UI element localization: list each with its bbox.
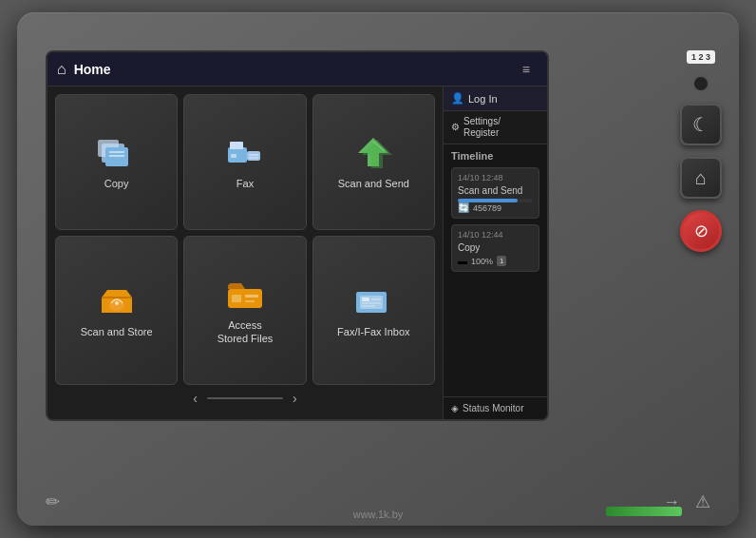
svg-rect-17 [232,295,241,302]
login-person-icon: 👤 [451,92,464,105]
menu-icon[interactable]: ≡ [522,62,530,77]
tile-scan-send-label: Scan and Send [338,177,409,190]
timeline-detail-1: 🔄 456789 [458,202,533,213]
screen-header: ⌂ Home ≡ [47,52,547,86]
tile-access-stored[interactable]: AccessStored Files [183,236,306,385]
svg-rect-2 [105,147,128,166]
timeline-section: Timeline 14/10 12:48 Scan and Send 🔄 456… [444,144,547,396]
warning-icon: ⚠ [695,491,710,512]
status-bar[interactable]: ◈ Status Monitor [444,396,547,419]
screen-content: Copy [47,86,547,419]
timeline-date-1: 14/10 12:48 [458,173,533,183]
tile-copy[interactable]: Copy [55,94,178,230]
scan-send-icon [350,133,397,171]
home-hw-button[interactable]: ⌂ [680,157,722,199]
svg-point-15 [115,301,119,305]
moon-icon: ☾ [692,113,709,136]
main-panel: Copy [47,86,443,419]
timeline-name-2: Copy [458,242,533,253]
login-label: Log In [468,93,498,105]
right-controls: 1 2 3 ☾ ⌂ ⊘ [680,50,722,252]
status-icon: ◈ [451,403,459,413]
timeline-name-1: Scan and Send [458,185,533,196]
fax-icon [221,133,269,171]
tile-scan-send[interactable]: Scan and Send [312,94,435,230]
indicator-badge: 1 2 3 [687,50,715,64]
green-strip [606,507,682,516]
svg-rect-8 [231,154,236,158]
nav-bar: ‹ › [55,385,435,412]
home-icon: ⌂ [57,61,66,78]
watermark: www.1k.by [353,509,404,520]
svg-rect-18 [245,295,258,298]
edit-icon[interactable]: ✏ [46,491,60,512]
page-title: Home [74,62,522,77]
access-stored-icon [221,275,269,313]
nav-next[interactable]: › [293,391,297,406]
tile-scan-store[interactable]: Scan and Store [55,236,178,385]
tile-fax-inbox[interactable]: Fax/I-Fax Inbox [312,236,435,385]
nav-indicator [207,397,283,399]
screen-area: ⌂ Home ≡ [46,50,549,421]
tile-copy-label: Copy [104,177,129,190]
stop-button[interactable]: ⊘ [680,210,722,252]
timeline-value-1: 456789 [473,203,501,213]
copy-detail: ▬ 100% 1 [458,256,533,266]
settings-label: Settings/Register [463,116,501,139]
settings-bar[interactable]: ⚙ Settings/Register [444,111,547,144]
nav-prev[interactable]: ‹ [193,391,198,406]
sleep-button[interactable]: ☾ [680,104,722,145]
status-label: Status Monitor [463,403,523,413]
timeline-item-1: 14/10 12:48 Scan and Send 🔄 456789 [451,167,539,219]
device-body: ⌂ Home ≡ [17,12,739,526]
svg-marker-12 [362,140,392,168]
tile-fax-label: Fax [236,177,254,190]
fax-inbox-icon [350,281,397,319]
timeline-date-2: 14/10 12:44 [458,230,533,240]
tile-access-stored-label: AccessStored Files [217,318,274,346]
home-hw-icon: ⌂ [695,167,707,189]
tile-fax[interactable]: Fax [183,94,306,230]
tile-scan-store-label: Scan and Store [81,325,153,338]
power-knob[interactable] [692,75,709,92]
copy-badge: 1 [497,256,506,266]
svg-rect-6 [247,151,260,161]
settings-icon: ⚙ [451,122,460,133]
copy-icon [93,133,141,171]
timeline-title: Timeline [451,150,539,162]
tile-fax-inbox-label: Fax/I-Fax Inbox [337,325,409,338]
timeline-item-2: 14/10 12:44 Copy ▬ 100% 1 [451,224,539,272]
scan-store-icon [93,281,141,319]
svg-rect-7 [230,142,243,149]
app-grid: Copy [55,94,435,385]
copy-percent: 100% [471,257,493,266]
side-panel: 👤 Log In ⚙ Settings/Register Timeline 14… [443,86,547,419]
scan-detail-icon: 🔄 [458,202,469,213]
svg-rect-19 [245,300,255,302]
login-bar[interactable]: 👤 Log In [444,86,547,111]
stop-icon: ⊘ [694,221,709,241]
svg-rect-22 [362,298,369,301]
